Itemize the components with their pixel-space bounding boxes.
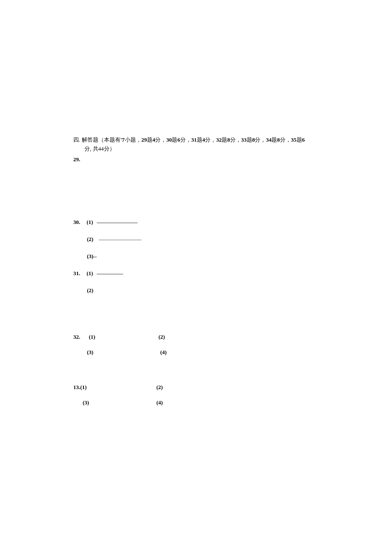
part-32-mid: 题 — [222, 137, 227, 143]
part-32-q: 32 — [216, 137, 222, 143]
section-header-line2: 分, 共44分） — [73, 145, 358, 154]
part-32-suffix: 分， — [230, 137, 241, 143]
q13-number: 13. — [73, 384, 80, 390]
part-33-suffix: 分， — [255, 137, 266, 143]
q32-row1: 32. (1) (2) — [73, 333, 358, 341]
part-33-mid: 题 — [247, 137, 252, 143]
question-13: 13.(1) (2) (3) (4) — [73, 384, 358, 407]
part-29-q: 29 — [141, 137, 147, 143]
q13-sub4-label: (4) — [156, 399, 163, 406]
q30-sub2-label: (2) — [87, 236, 93, 242]
part-34-q: 34 — [266, 137, 271, 143]
part-35-q: 35 — [291, 137, 297, 143]
part-34-mid: 题 — [271, 137, 277, 143]
section-count: '7 — [121, 137, 125, 143]
q30-sub3-label: (3) — [87, 253, 93, 259]
q30-sub1-label: (1) — [86, 219, 93, 225]
q30-sub1-blank[interactable] — [97, 223, 138, 223]
part-30-q: 30 — [166, 137, 172, 143]
q13-row2: (3) (4) — [73, 399, 358, 407]
part-34-suffix: 分， — [280, 137, 291, 143]
part-29-mid: 题 — [147, 137, 153, 143]
q13-sub1-label: (1) — [80, 384, 86, 390]
section-count-suffix: 小题， — [125, 137, 141, 143]
part-31-mid: 题 — [197, 137, 202, 143]
section-header-line1: 四. 解答题（本题有'7小题，29题4分，30题6分，31题4分，32题8分，3… — [73, 136, 358, 145]
q30-row2: (2) — [73, 235, 358, 243]
part-30-mid: 题 — [172, 137, 177, 143]
part-33-q: 33 — [241, 137, 247, 143]
question-32: 32. (1) (2) (3) (4) — [73, 333, 358, 356]
part-31-suffix: 分， — [205, 137, 216, 143]
q30-row3: (3) — [73, 253, 358, 260]
q32-row2: (3) (4) — [73, 349, 358, 356]
section-header: 四. 解答题（本题有'7小题，29题4分，30题6分，31题4分，32题8分，3… — [73, 136, 358, 154]
part-30-suffix: 分， — [180, 137, 191, 143]
question-29-number: 29. — [73, 156, 358, 163]
q32-number: 32. — [73, 333, 85, 341]
q31-row1: 31. (1) — [73, 270, 358, 277]
q31-sub1-label: (1) — [86, 270, 93, 276]
q32-sub1-label: (1) — [89, 334, 95, 340]
q30-sub2-blank[interactable] — [99, 240, 141, 240]
section-prefix: 四. 解答题（本题有 — [73, 137, 121, 143]
q31-sub1-blank[interactable] — [97, 274, 123, 274]
part-35-mid: 题 — [297, 137, 302, 143]
q31-number: 31. — [73, 270, 85, 277]
q32-sub2-label: (2) — [159, 334, 165, 340]
part-31-q: 31 — [191, 137, 197, 143]
q13-sub2-label: (2) — [156, 384, 163, 390]
section-line2-end: 分） — [104, 145, 115, 152]
q30-row1: 30. (1) — [73, 218, 358, 226]
q32-sub3-label: (3) — [87, 349, 93, 355]
page: 四. 解答题（本题有'7小题，29题4分，30题6分，31题4分，32题8分，3… — [0, 0, 392, 555]
question-30: 30. (1) (2) (3) — [73, 218, 358, 261]
part-29-suffix: 分， — [155, 137, 166, 143]
q13-sub3-label: (3) — [83, 399, 89, 406]
q13-row1: 13.(1) (2) — [73, 384, 358, 391]
q31-row2: (2) — [73, 287, 358, 294]
section-line2-tail: 分, 共 — [84, 145, 98, 152]
section-total: 44 — [98, 145, 104, 152]
q30-number: 30. — [73, 218, 85, 226]
q30-sub3-blank[interactable] — [93, 257, 97, 257]
part-35-pts: 6 — [302, 137, 305, 143]
q31-sub2-label: (2) — [87, 287, 93, 293]
q32-sub4-label: (4) — [160, 349, 167, 355]
question-31: 31. (1) (2) — [73, 270, 358, 294]
